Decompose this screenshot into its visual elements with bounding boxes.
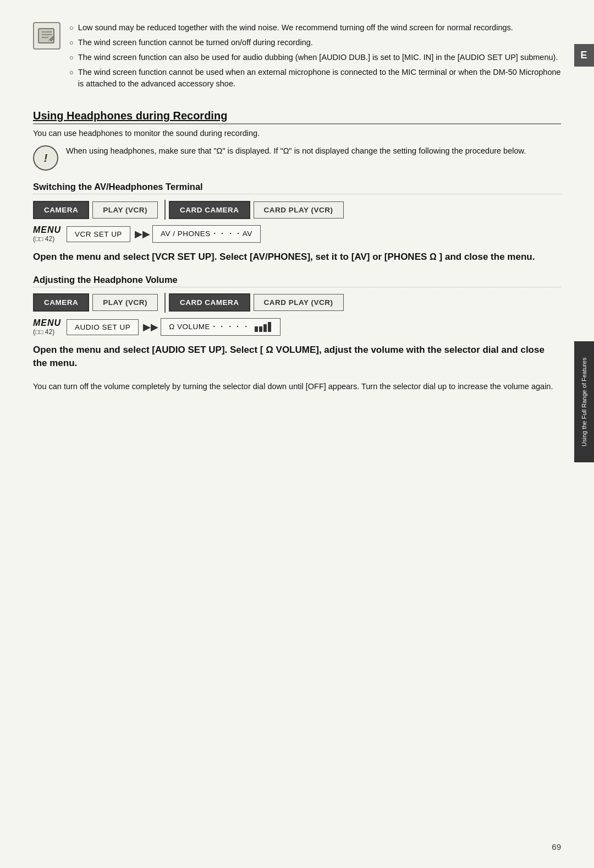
- switching-instruction: Open the menu and select [VCR SET UP]. S…: [33, 250, 561, 264]
- card-camera-btn-1[interactable]: CARD CAMERA: [169, 201, 250, 219]
- warning-text: When using headphones, make sure that "Ω…: [66, 145, 561, 157]
- bullet-item-3: ○ The wind screen function can also be u…: [69, 52, 561, 63]
- warning-icon: !: [33, 145, 58, 171]
- bullet-item-1: ○ Low sound may be reduced together with…: [69, 22, 561, 34]
- bullet-section: ○ Low sound may be reduced together with…: [33, 22, 561, 93]
- headphones-section: Using Headphones during Recording You ca…: [33, 110, 561, 393]
- page: E Using the Full Range of Features ○ Low…: [0, 0, 594, 868]
- play-vcr-btn-2[interactable]: PLAY (VCR): [92, 294, 158, 311]
- switching-heading: Switching the AV/Headphones Terminal: [33, 182, 561, 194]
- switching-section: Switching the AV/Headphones Terminal CAM…: [33, 182, 561, 264]
- menu-ref-2: (□□ 42): [33, 328, 54, 336]
- play-vcr-btn-1[interactable]: PLAY (VCR): [92, 201, 158, 219]
- card-play-vcr-btn-2[interactable]: CARD PLAY (VCR): [254, 294, 344, 311]
- card-camera-btn-2[interactable]: CARD CAMERA: [169, 293, 250, 312]
- switching-mode-buttons: CAMERA PLAY (VCR) CARD CAMERA CARD PLAY …: [33, 200, 561, 220]
- mode-separator-2: [164, 293, 166, 313]
- volume-value: Ω VOLUME・・・・・: [161, 318, 280, 336]
- menu-label-block-2: MENU (□□ 42): [33, 318, 61, 336]
- volume-menu-row: MENU (□□ 42) AUDIO SET UP ▶▶ Ω VOLUME・・・…: [33, 318, 561, 336]
- bullet-item-4: ○ The wind screen function cannot be use…: [69, 67, 561, 90]
- side-tab-e: E: [574, 44, 594, 67]
- volume-submenu: AUDIO SET UP: [67, 319, 139, 335]
- menu-label-block-1: MENU (□□ 42): [33, 225, 61, 243]
- switching-value: AV / PHONES・・・・AV: [152, 225, 261, 243]
- volume-instruction-bold: Open the menu and select [AUDIO SET UP].…: [33, 343, 561, 370]
- volume-mode-buttons: CAMERA PLAY (VCR) CARD CAMERA CARD PLAY …: [33, 293, 561, 313]
- headphones-intro: You can use headphones to monitor the so…: [33, 129, 561, 138]
- card-play-vcr-btn-1[interactable]: CARD PLAY (VCR): [254, 201, 344, 219]
- volume-bar: [255, 322, 272, 332]
- switching-menu-row: MENU (□□ 42) VCR SET UP ▶▶ AV / PHONES・・…: [33, 225, 561, 243]
- note-icon: [33, 22, 61, 50]
- bullet-item-2: ○ The wind screen function cannot be tur…: [69, 37, 561, 48]
- page-number: 69: [552, 842, 561, 851]
- switching-submenu: VCR SET UP: [67, 226, 130, 242]
- side-tab-right: Using the Full Range of Features: [574, 341, 594, 462]
- camera-btn-1[interactable]: CAMERA: [33, 201, 89, 219]
- camera-btn-2[interactable]: CAMERA: [33, 293, 89, 312]
- volume-para: You can turn off the volume completely b…: [33, 381, 561, 393]
- bullet-circle: ○: [69, 23, 74, 34]
- volume-arrow: ▶▶: [143, 321, 158, 333]
- warning-row: ! When using headphones, make sure that …: [33, 145, 561, 171]
- headphones-heading: Using Headphones during Recording: [33, 110, 561, 124]
- menu-ref-1: (□□ 42): [33, 235, 54, 243]
- bullet-circle: ○: [69, 68, 74, 90]
- bullet-list: ○ Low sound may be reduced together with…: [69, 22, 561, 93]
- menu-bold-2: MENU: [33, 318, 61, 328]
- volume-heading: Adjusting the Headphone Volume: [33, 275, 561, 287]
- switching-arrow: ▶▶: [135, 228, 150, 240]
- menu-bold-1: MENU: [33, 225, 61, 235]
- headphone-volume-section: Adjusting the Headphone Volume CAMERA PL…: [33, 275, 561, 393]
- bullet-circle: ○: [69, 53, 74, 63]
- mode-separator-1: [164, 200, 166, 220]
- bullet-circle: ○: [69, 38, 74, 48]
